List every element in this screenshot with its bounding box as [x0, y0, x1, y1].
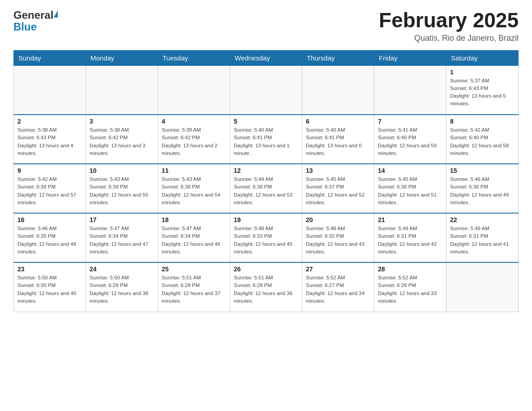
- table-row: [158, 65, 230, 115]
- day-number: 3: [90, 118, 154, 125]
- logo-general-text: General: [13, 9, 53, 21]
- day-number: 6: [306, 118, 370, 125]
- day-number: 20: [306, 216, 370, 223]
- day-info: Sunrise: 5:42 AMSunset: 6:39 PMDaylight:…: [17, 176, 82, 206]
- table-row: 15Sunrise: 5:46 AMSunset: 6:36 PMDayligh…: [446, 164, 519, 213]
- day-info: Sunrise: 5:40 AMSunset: 6:41 PMDaylight:…: [234, 126, 298, 157]
- day-info: Sunrise: 5:48 AMSunset: 6:33 PMDaylight:…: [234, 225, 298, 256]
- logo-triangle-icon: [54, 10, 58, 17]
- col-friday: Friday: [374, 50, 446, 65]
- day-info: Sunrise: 5:50 AMSunset: 6:29 PMDaylight:…: [90, 274, 154, 305]
- day-info: Sunrise: 5:47 AMSunset: 6:34 PMDaylight:…: [90, 225, 154, 256]
- day-number: 28: [378, 265, 442, 273]
- table-row: 25Sunrise: 5:51 AMSunset: 6:28 PMDayligh…: [158, 262, 230, 312]
- day-info: Sunrise: 5:42 AMSunset: 6:40 PMDaylight:…: [450, 126, 515, 157]
- table-row: 28Sunrise: 5:52 AMSunset: 6:26 PMDayligh…: [374, 262, 446, 312]
- table-row: 9Sunrise: 5:42 AMSunset: 6:39 PMDaylight…: [14, 164, 86, 213]
- table-row: 2Sunrise: 5:38 AMSunset: 6:43 PMDaylight…: [14, 115, 86, 164]
- col-sunday: Sunday: [14, 50, 86, 65]
- table-row: 7Sunrise: 5:41 AMSunset: 6:40 PMDaylight…: [374, 115, 446, 164]
- day-number: 17: [90, 216, 154, 223]
- day-number: 14: [378, 167, 442, 174]
- day-info: Sunrise: 5:49 AMSunset: 6:31 PMDaylight:…: [450, 225, 515, 256]
- day-number: 13: [306, 167, 370, 174]
- day-number: 5: [234, 118, 298, 125]
- location-text: Quatis, Rio de Janeiro, Brazil: [379, 34, 519, 43]
- day-number: 11: [162, 167, 226, 174]
- day-info: Sunrise: 5:43 AMSunset: 6:38 PMDaylight:…: [162, 176, 226, 206]
- title-section: February 2025 Quatis, Rio de Janeiro, Br…: [379, 9, 519, 43]
- day-info: Sunrise: 5:48 AMSunset: 6:32 PMDaylight:…: [306, 225, 370, 256]
- table-row: 12Sunrise: 5:44 AMSunset: 6:38 PMDayligh…: [230, 164, 302, 213]
- table-row: 27Sunrise: 5:52 AMSunset: 6:27 PMDayligh…: [302, 262, 374, 312]
- day-number: 26: [234, 265, 298, 273]
- table-row: 26Sunrise: 5:51 AMSunset: 6:28 PMDayligh…: [230, 262, 302, 312]
- day-info: Sunrise: 5:45 AMSunset: 6:37 PMDaylight:…: [306, 176, 370, 206]
- day-number: 21: [378, 216, 442, 223]
- calendar-table: Sunday Monday Tuesday Wednesday Thursday…: [13, 50, 519, 312]
- col-saturday: Saturday: [446, 50, 519, 65]
- day-number: 15: [450, 167, 515, 174]
- day-number: 9: [17, 167, 82, 174]
- day-number: 18: [162, 216, 226, 223]
- day-info: Sunrise: 5:39 AMSunset: 6:42 PMDaylight:…: [162, 126, 226, 157]
- day-info: Sunrise: 5:46 AMSunset: 6:36 PMDaylight:…: [450, 176, 515, 206]
- day-number: 10: [90, 167, 154, 174]
- day-number: 16: [17, 216, 82, 223]
- table-row: 14Sunrise: 5:45 AMSunset: 6:36 PMDayligh…: [374, 164, 446, 213]
- day-number: 22: [450, 216, 515, 223]
- day-info: Sunrise: 5:45 AMSunset: 6:36 PMDaylight:…: [378, 176, 442, 206]
- col-tuesday: Tuesday: [158, 50, 230, 65]
- calendar-week-row: 23Sunrise: 5:50 AMSunset: 6:30 PMDayligh…: [14, 262, 519, 312]
- table-row: 17Sunrise: 5:47 AMSunset: 6:34 PMDayligh…: [86, 213, 158, 262]
- day-number: 24: [90, 265, 154, 273]
- day-number: 2: [17, 118, 82, 125]
- day-number: 12: [234, 167, 298, 174]
- col-wednesday: Wednesday: [230, 50, 302, 65]
- table-row: 11Sunrise: 5:43 AMSunset: 6:38 PMDayligh…: [158, 164, 230, 213]
- day-info: Sunrise: 5:46 AMSunset: 6:35 PMDaylight:…: [17, 225, 82, 256]
- day-number: 8: [450, 118, 515, 125]
- table-row: [230, 65, 302, 115]
- day-info: Sunrise: 5:51 AMSunset: 6:28 PMDaylight:…: [162, 274, 226, 305]
- table-row: [374, 65, 446, 115]
- table-row: 10Sunrise: 5:43 AMSunset: 6:39 PMDayligh…: [86, 164, 158, 213]
- table-row: 22Sunrise: 5:49 AMSunset: 6:31 PMDayligh…: [446, 213, 519, 262]
- table-row: 21Sunrise: 5:49 AMSunset: 6:31 PMDayligh…: [374, 213, 446, 262]
- col-thursday: Thursday: [302, 50, 374, 65]
- table-row: 20Sunrise: 5:48 AMSunset: 6:32 PMDayligh…: [302, 213, 374, 262]
- day-number: 4: [162, 118, 226, 125]
- day-info: Sunrise: 5:43 AMSunset: 6:39 PMDaylight:…: [90, 176, 154, 206]
- day-number: 27: [306, 265, 370, 273]
- calendar-week-row: 2Sunrise: 5:38 AMSunset: 6:43 PMDaylight…: [14, 115, 519, 164]
- table-row: 5Sunrise: 5:40 AMSunset: 6:41 PMDaylight…: [230, 115, 302, 164]
- day-info: Sunrise: 5:37 AMSunset: 6:43 PMDaylight:…: [450, 77, 515, 108]
- day-info: Sunrise: 5:44 AMSunset: 6:38 PMDaylight:…: [234, 176, 298, 206]
- table-row: [86, 65, 158, 115]
- table-row: [302, 65, 374, 115]
- table-row: 3Sunrise: 5:38 AMSunset: 6:42 PMDaylight…: [86, 115, 158, 164]
- calendar-header-row: Sunday Monday Tuesday Wednesday Thursday…: [14, 50, 519, 65]
- day-info: Sunrise: 5:50 AMSunset: 6:30 PMDaylight:…: [17, 274, 82, 305]
- table-row: [446, 262, 519, 312]
- logo: General Blue: [13, 9, 58, 33]
- month-title: February 2025: [379, 9, 519, 32]
- page-header: General Blue February 2025 Quatis, Rio d…: [13, 9, 519, 43]
- table-row: 19Sunrise: 5:48 AMSunset: 6:33 PMDayligh…: [230, 213, 302, 262]
- table-row: 24Sunrise: 5:50 AMSunset: 6:29 PMDayligh…: [86, 262, 158, 312]
- table-row: [14, 65, 86, 115]
- table-row: 4Sunrise: 5:39 AMSunset: 6:42 PMDaylight…: [158, 115, 230, 164]
- table-row: 13Sunrise: 5:45 AMSunset: 6:37 PMDayligh…: [302, 164, 374, 213]
- table-row: 6Sunrise: 5:40 AMSunset: 6:41 PMDaylight…: [302, 115, 374, 164]
- day-info: Sunrise: 5:47 AMSunset: 6:34 PMDaylight:…: [162, 225, 226, 256]
- calendar-week-row: 1Sunrise: 5:37 AMSunset: 6:43 PMDaylight…: [14, 65, 519, 115]
- table-row: 18Sunrise: 5:47 AMSunset: 6:34 PMDayligh…: [158, 213, 230, 262]
- table-row: 16Sunrise: 5:46 AMSunset: 6:35 PMDayligh…: [14, 213, 86, 262]
- day-number: 7: [378, 118, 442, 125]
- col-monday: Monday: [86, 50, 158, 65]
- day-info: Sunrise: 5:52 AMSunset: 6:26 PMDaylight:…: [378, 274, 442, 305]
- table-row: 1Sunrise: 5:37 AMSunset: 6:43 PMDaylight…: [446, 65, 519, 115]
- day-info: Sunrise: 5:40 AMSunset: 6:41 PMDaylight:…: [306, 126, 370, 157]
- day-info: Sunrise: 5:41 AMSunset: 6:40 PMDaylight:…: [378, 126, 442, 157]
- day-info: Sunrise: 5:49 AMSunset: 6:31 PMDaylight:…: [378, 225, 442, 256]
